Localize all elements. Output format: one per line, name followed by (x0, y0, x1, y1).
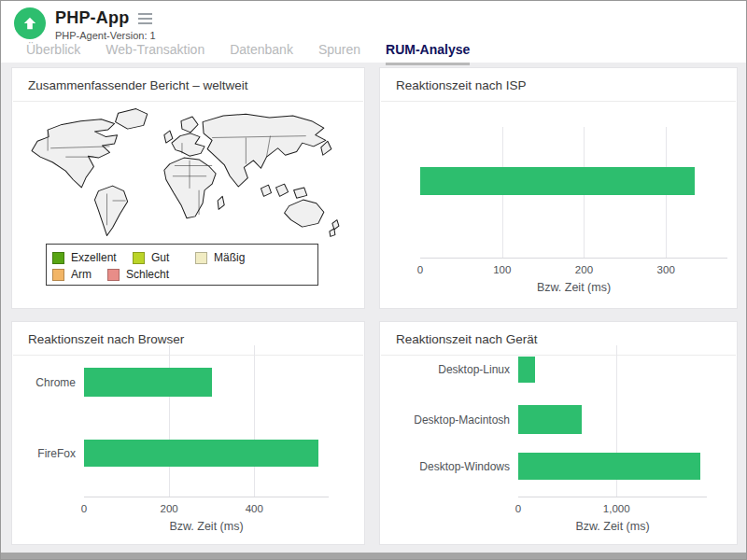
category-label: Desktop-Macintosh (414, 405, 510, 434)
map-legend: Exzellent Gut Mäßig Arm Schlecht (46, 244, 318, 286)
axis-tick-label: 200 (575, 264, 593, 275)
world-map-svg (24, 103, 353, 243)
bar-isp[interactable] (420, 167, 695, 195)
up-arrow-icon (21, 15, 38, 32)
legend-swatch-maessig (195, 252, 207, 264)
axis-tick-label: 400 (246, 503, 263, 514)
tab-web-transaktion[interactable]: Web-Transaktion (106, 42, 204, 65)
x-axis-title: Bzw. Zeit (ms) (420, 281, 727, 294)
browser-bar-chart: ChromeFireFox0200400Bzw. Zeit (ms) (84, 345, 329, 497)
axis-tick-label: 0 (515, 503, 521, 514)
axis-tick-label: 0 (417, 264, 423, 275)
legend-swatch-schlecht (107, 269, 120, 281)
legend-swatch-exzellent (52, 252, 64, 264)
axis-tick-label: 200 (161, 503, 178, 514)
agent-version-label: PHP-Agent-Version: 1 (55, 30, 156, 41)
bar-Desktop-Windows[interactable] (518, 453, 700, 480)
app-window: PHP-App PHP-Agent-Version: 1 Überblick W… (0, 0, 747, 560)
axis-tick-label: 300 (657, 264, 675, 275)
category-label: Chrome (35, 368, 76, 397)
isp-bar-chart: 0100200300Bzw. Zeit (ms) (420, 127, 727, 259)
bar-Chrome[interactable] (84, 368, 212, 397)
panel-title: Zusammenfassender Bericht – weltweit (12, 68, 364, 101)
window-bottom-edge (1, 553, 746, 559)
axis-tick-label: 1,000 (603, 503, 630, 514)
app-logo (14, 7, 46, 39)
legend-swatch-gut (133, 252, 145, 264)
x-axis-title: Bzw. Zeit (ms) (518, 520, 707, 533)
legend-item-schlecht: Schlecht (107, 266, 169, 283)
tab-datenbank[interactable]: Datenbank (230, 42, 293, 65)
panel-response-time-isp: Reaktionszeit nach ISP 0100200300Bzw. Ze… (379, 67, 738, 309)
panel-response-time-browser: Reaktionszeit nach Browser ChromeFireFox… (11, 321, 365, 545)
panel-title: Reaktionszeit nach ISP (380, 68, 737, 101)
legend-swatch-arm (52, 269, 64, 281)
hamburger-icon[interactable] (138, 10, 152, 27)
tab-spuren[interactable]: Spuren (318, 42, 360, 65)
axis-tick-label: 0 (81, 503, 87, 514)
category-label: Desktop-Linux (438, 357, 510, 383)
world-map (24, 103, 353, 243)
tab-bar: Überblick Web-Transaktion Datenbank Spur… (26, 42, 470, 65)
bar-Desktop-Macintosh[interactable] (518, 405, 582, 434)
x-axis-title: Bzw. Zeit (ms) (84, 520, 329, 533)
legend-item-exzellent: Exzellent (52, 249, 129, 266)
category-label: FireFox (37, 440, 76, 467)
legend-item-maessig: Mäßig (195, 249, 266, 266)
bar-FireFox[interactable] (84, 440, 318, 467)
legend-item-arm: Arm (52, 266, 104, 283)
tab-rum-analyse[interactable]: RUM-Analyse (386, 42, 470, 65)
legend-item-gut: Gut (133, 249, 191, 266)
panel-response-time-device: Reaktionszeit nach Gerät Desktop-LinuxDe… (379, 321, 738, 545)
device-bar-chart: Desktop-LinuxDesktop-MacintoshDesktop-Wi… (518, 345, 707, 497)
category-label: Desktop-Windows (419, 453, 510, 480)
bar-Desktop-Linux[interactable] (518, 357, 535, 383)
header: PHP-App PHP-Agent-Version: 1 Überblick W… (1, 1, 746, 63)
tab-ueberblick[interactable]: Überblick (26, 42, 80, 65)
app-title: PHP-App (55, 8, 129, 28)
axis-tick-label: 100 (493, 264, 511, 275)
panel-summary-worldwide: Zusammenfassender Bericht – weltweit (11, 67, 365, 309)
gridline (254, 345, 255, 497)
